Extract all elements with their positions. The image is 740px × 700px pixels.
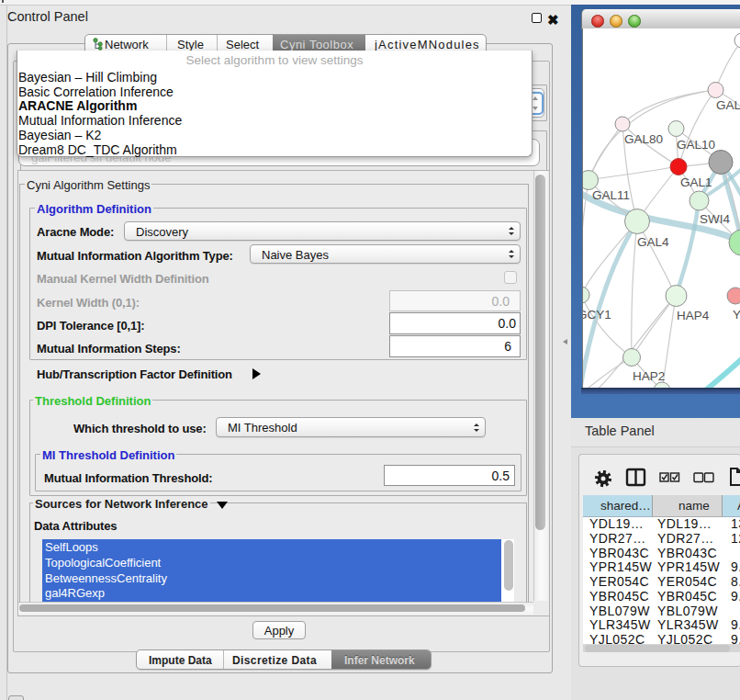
svg-text:GAL11: GAL11: [592, 188, 630, 202]
svg-text:GAL4: GAL4: [637, 235, 669, 249]
svg-text:GAL80: GAL80: [624, 132, 663, 146]
svg-text:HAP4: HAP4: [677, 309, 710, 322]
svg-text:SWI4: SWI4: [700, 212, 730, 226]
svg-text:GAL7: GAL7: [716, 98, 740, 112]
svg-text:GAL10: GAL10: [677, 138, 715, 152]
svg-text:YD: YD: [733, 308, 740, 322]
svg-text:GCY1: GCY1: [583, 308, 611, 322]
svg-text:GAL1: GAL1: [680, 175, 712, 189]
svg-text:HAP2: HAP2: [633, 369, 665, 383]
